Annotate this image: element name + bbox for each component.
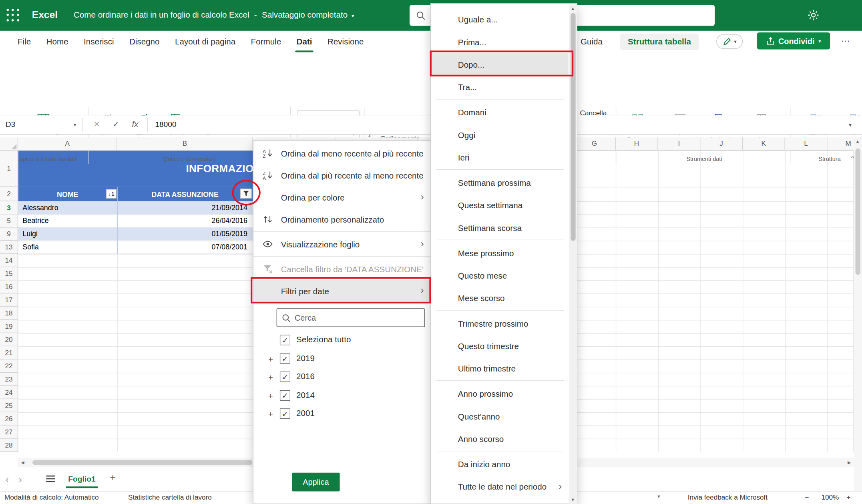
column-filter-button[interactable]	[240, 189, 252, 199]
editing-mode-button[interactable]: ▾	[716, 34, 743, 49]
row-header-13[interactable]: 13	[0, 241, 18, 254]
filter-checkbox-row-2016[interactable]: +✓2016	[253, 371, 431, 386]
row-header-27[interactable]: 27	[0, 426, 18, 439]
submenu-scrollbar[interactable]: ▲ ▼	[569, 4, 577, 504]
column-header-i[interactable]: I	[658, 137, 701, 150]
checkbox-2019[interactable]: ✓	[280, 353, 290, 364]
date-filter-dopo[interactable]: Dopo...	[431, 53, 569, 76]
more-options-button[interactable]: ...	[841, 34, 850, 44]
scroll-left-icon[interactable]: ◀	[21, 460, 24, 465]
row-header-3[interactable]: 3	[0, 201, 18, 215]
tab-disegno[interactable]: Disegno	[122, 31, 167, 52]
table-header-nome[interactable]: NOME	[18, 187, 117, 201]
date-filter-trimestre-prossimo[interactable]: Trimestre prossimo	[431, 312, 569, 335]
row-header-9[interactable]: 9	[0, 227, 18, 241]
row-header-24[interactable]: 24	[0, 386, 18, 399]
column-header-a[interactable]: A	[18, 137, 117, 150]
tab-formule[interactable]: Formule	[243, 31, 289, 52]
tab-dati[interactable]: Dati	[289, 31, 319, 52]
share-button[interactable]: Condividi ▾	[757, 32, 830, 50]
date-filter-ieri[interactable]: Ieri	[431, 146, 569, 169]
sheet-tab-foglio1[interactable]: Foglio1	[66, 467, 98, 491]
calc-mode-status[interactable]: Modalità di calcolo: Automatico	[4, 494, 99, 501]
date-filter-uguale-a[interactable]: Uguale a...	[431, 8, 569, 31]
expand-plus-icon[interactable]: +	[268, 373, 273, 382]
scroll-down-icon[interactable]: ▼	[571, 498, 575, 502]
filter-checkbox-row-2014[interactable]: +✓2014	[253, 390, 431, 404]
select-all-corner[interactable]	[0, 137, 18, 151]
row-header-22[interactable]: 22	[0, 359, 18, 373]
row-header-16[interactable]: 16	[0, 280, 18, 293]
scroll-up-icon[interactable]: ▲	[571, 6, 575, 11]
settings-gear-icon[interactable]	[807, 9, 820, 22]
date-filter-oggi[interactable]: Oggi	[431, 124, 569, 146]
scrollbar-thumb[interactable]	[32, 460, 252, 465]
checkbox-2016[interactable]: ✓	[280, 371, 290, 382]
table-cell-date[interactable]: 01/05/2019	[117, 227, 253, 241]
column-header-h[interactable]: H	[616, 137, 658, 150]
tab-struttura-tabella[interactable]: Struttura tabella	[620, 34, 699, 50]
filter-checkbox-row-seleziona-tutto[interactable]: ✓Seleziona tutto	[253, 334, 431, 349]
zoom-level[interactable]: 100%	[821, 494, 839, 501]
date-filter-tutte-le-date-nel-periodo[interactable]: Tutte le date nel periodo›	[431, 476, 569, 498]
sorted-column-badge[interactable]: ↓1	[106, 189, 117, 198]
insert-function-icon[interactable]: fx	[132, 119, 139, 129]
row-header-18[interactable]: 18	[0, 307, 18, 320]
date-filter-da-inizio-anno[interactable]: Da inizio anno	[431, 453, 569, 475]
tab-file[interactable]: File	[10, 31, 39, 52]
date-filter-quest-anno[interactable]: Quest'anno	[431, 405, 569, 428]
date-filter-tra[interactable]: Tra...	[431, 76, 569, 98]
date-filter-ultimo-trimestre[interactable]: Ultimo trimestre	[431, 357, 569, 380]
expand-plus-icon[interactable]: +	[268, 392, 273, 401]
date-filter-questa-settimana[interactable]: Questa settimana	[431, 194, 569, 217]
column-header-g[interactable]: G	[573, 137, 616, 150]
row-header-15[interactable]: 15	[0, 267, 18, 280]
scroll-up-icon[interactable]: ▲	[856, 139, 860, 144]
row-header-26[interactable]: 26	[0, 412, 18, 426]
tab-revisione[interactable]: Revisione	[320, 31, 372, 52]
row-header-20[interactable]: 20	[0, 333, 18, 346]
date-filter-domani[interactable]: Domani	[431, 101, 569, 124]
date-filter-prima[interactable]: Prima...	[431, 31, 569, 53]
scrollbar-thumb[interactable]	[571, 13, 575, 241]
menu-item-ordina-per-colore[interactable]: Ordina per colore›	[253, 186, 431, 208]
row-header-17[interactable]: 17	[0, 293, 18, 307]
date-filter-anno-prossimo[interactable]: Anno prossimo	[431, 383, 569, 405]
apply-filter-button[interactable]: Applica	[292, 473, 340, 492]
column-header-b[interactable]: B	[117, 137, 253, 150]
table-cell-name[interactable]: Alessandro	[18, 201, 117, 215]
filter-search-box[interactable]	[277, 308, 425, 327]
scrollbar-thumb[interactable]	[856, 149, 860, 275]
column-header-j[interactable]: J	[700, 137, 743, 150]
zoom-out-button[interactable]: −	[805, 494, 809, 501]
row-header-25[interactable]: 25	[0, 399, 18, 412]
row-header-14[interactable]: 14	[0, 254, 18, 267]
app-launcher-icon[interactable]	[6, 9, 20, 22]
zoom-in-button[interactable]: +	[847, 494, 851, 501]
checkbox-2001[interactable]: ✓	[280, 408, 290, 419]
row-header-21[interactable]: 21	[0, 346, 18, 359]
table-cell-date[interactable]: 21/09/2014	[117, 201, 253, 215]
row-header-23[interactable]: 23	[0, 373, 18, 386]
prev-sheet-icon[interactable]: ‹	[6, 474, 9, 486]
filter-checkbox-row-2001[interactable]: +✓2001	[253, 408, 431, 422]
scroll-right-icon[interactable]: ▶	[848, 460, 851, 465]
menu-item-ordina-dal-meno-recente-al-pi-recente[interactable]: AZOrdina dal meno recente al più recente	[253, 143, 431, 165]
column-header-k[interactable]: K	[743, 137, 785, 150]
date-filter-settimana-scorsa[interactable]: Settimana scorsa	[431, 217, 569, 239]
table-cell-date[interactable]: 07/08/2001	[117, 241, 253, 254]
row-header-19[interactable]: 19	[0, 320, 18, 333]
document-title[interactable]: Come ordinare i dati in un foglio di cal…	[74, 10, 354, 19]
table-cell-date[interactable]: 26/04/2016	[117, 215, 253, 228]
add-sheet-icon[interactable]: +	[110, 472, 116, 484]
row-header-1[interactable]: 1	[0, 151, 18, 187]
tab-home[interactable]: Home	[38, 31, 76, 52]
formula-bar-value[interactable]: 18000	[155, 120, 176, 129]
expand-plus-icon[interactable]: +	[268, 410, 273, 419]
row-header-28[interactable]: 28	[0, 439, 18, 452]
workbook-statistics[interactable]: Statistiche cartella di lavoro	[128, 494, 212, 501]
cancel-entry-icon[interactable]: ✕	[93, 120, 100, 129]
chevron-down-icon[interactable]: ▾	[74, 122, 76, 128]
tab-guida[interactable]: Guida	[577, 31, 606, 52]
table-cell-name[interactable]: Luigi	[18, 227, 117, 241]
